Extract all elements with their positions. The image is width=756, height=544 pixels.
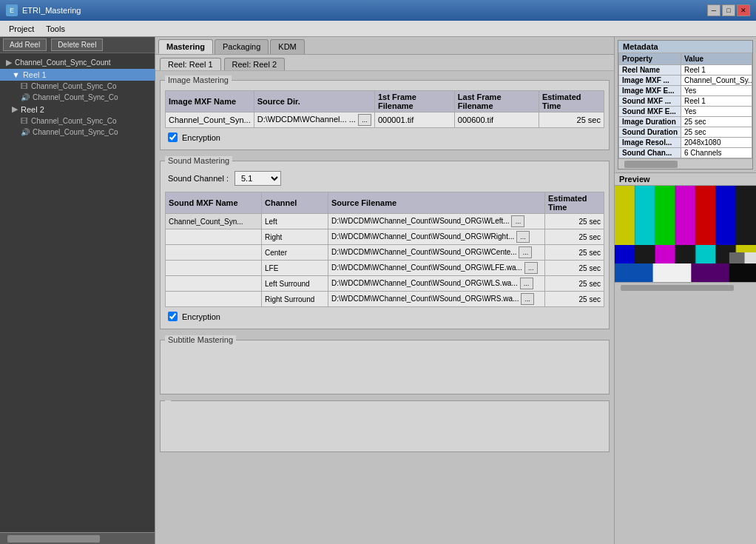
right-panel: Metadata Property Value Reel Name Reel 1… — [614, 37, 756, 544]
metadata-col-prop: Property — [619, 53, 681, 65]
audio-icon: 🔊 — [21, 93, 30, 101]
sound-mastering-legend: Sound Mastering — [165, 156, 232, 165]
tree-child-4: 🔊 Channel_Count_Sync_Co — [0, 127, 155, 138]
close-button[interactable]: ✕ — [737, 4, 750, 16]
sound-mxf-cell — [166, 229, 262, 245]
menu-tools[interactable]: Tools — [40, 23, 71, 35]
reel-tab-1[interactable]: Reel: Reel 1 — [160, 58, 221, 70]
triangle-icon-2: ▶ — [12, 104, 18, 114]
window-title: ETRI_Mastering — [22, 6, 81, 15]
tab-mastering[interactable]: Mastering — [158, 39, 213, 54]
folder-icon: ▶ — [6, 58, 12, 67]
metadata-row: Sound MXF ... Reel 1 — [619, 96, 752, 107]
sound-col-mxf: Sound MXF Name — [166, 192, 262, 214]
sound-channel-cell: Center — [262, 245, 328, 261]
sound-browse-button[interactable]: ... — [516, 231, 530, 243]
delete-reel-button[interactable]: Delete Reel — [51, 38, 103, 51]
add-reel-button[interactable]: Add Reel — [3, 38, 47, 51]
img-mxf-name-cell: Channel_Count_Syn... — [166, 113, 254, 128]
sound-time-cell: 25 sec — [545, 214, 604, 229]
metadata-table: Property Value Reel Name Reel 1 Image MX… — [618, 53, 752, 158]
metadata-row: Reel Name Reel 1 — [619, 65, 752, 75]
menu-bar: Project Tools — [0, 21, 756, 37]
metadata-row: Image MXF E... Yes — [619, 86, 752, 96]
sound-mxf-cell — [166, 261, 262, 276]
metadata-scroll[interactable]: Property Value Reel Name Reel 1 Image MX… — [618, 53, 752, 158]
meta-prop-cell: Image MXF E... — [619, 86, 681, 96]
meta-prop-cell: Sound MXF E... — [619, 107, 681, 117]
meta-prop-cell: Reel Name — [619, 65, 681, 75]
metadata-row: Image MXF ... Channel_Count_Sy... — [619, 75, 752, 86]
left-panel: Add Reel Delete Reel ▶ Channel_Count_Syn… — [0, 37, 155, 544]
meta-prop-cell: Image Duration — [619, 117, 681, 127]
metadata-row: Sound Chan... 6 Channels — [619, 148, 752, 158]
sound-browse-button[interactable]: ... — [519, 246, 532, 258]
encryption1-checkbox[interactable] — [168, 132, 178, 142]
menu-project[interactable]: Project — [3, 23, 40, 35]
reel1-label: Reel 1 — [23, 70, 47, 79]
tree-reel2[interactable]: ▶ Reel 2 — [0, 103, 155, 115]
film-icon: 🎞 — [21, 82, 28, 90]
sound-browse-button[interactable]: ... — [511, 215, 524, 227]
audio-icon-2: 🔊 — [21, 128, 30, 136]
sound-table-row: Right Surround D:\WDCDM\WChannel_Count\W… — [166, 292, 604, 307]
encryption1-label: Encryption — [182, 133, 220, 142]
subtitle-mastering-legend: Subtitle Mastering — [165, 335, 236, 344]
browse-button[interactable]: ... — [358, 114, 371, 126]
preview-scrollbar[interactable] — [615, 282, 756, 292]
window-controls[interactable]: ─ □ ✕ — [707, 4, 750, 16]
meta-val-cell: Reel 1 — [681, 65, 752, 75]
sound-mxf-cell — [166, 276, 262, 292]
tree-area: ▶ Channel_Count_Sync_Count ▼ Reel 1 🎞 Ch… — [0, 53, 155, 532]
sound-src-cell: D:\WDCDM\WChannel_Count\WSound_ORG\WRS.w… — [328, 292, 545, 307]
meta-prop-cell: Image Resol... — [619, 138, 681, 148]
subtitle-mastering-section: Subtitle Mastering — [160, 335, 610, 394]
tree-child-1: 🎞 Channel_Count_Sync_Co — [0, 81, 155, 92]
encryption2-checkbox[interactable] — [168, 312, 178, 321]
img-last-frame-cell: 000600.tif — [454, 113, 539, 128]
metadata-row: Sound Duration 25 sec — [619, 127, 752, 138]
preview-section: Preview — [615, 172, 756, 292]
tree-child-3: 🎞 Channel_Count_Sync_Co — [0, 115, 155, 127]
tree-child-label-1: Channel_Count_Sync_Co — [31, 82, 117, 90]
meta-prop-cell: Image MXF ... — [619, 75, 681, 86]
sound-mastering-section: Sound Mastering Sound Channel : 5.1 7.1 … — [160, 156, 610, 329]
meta-val-cell: 6 Channels — [681, 148, 752, 158]
sound-table: Sound MXF Name Channel Source Filename E… — [165, 192, 604, 307]
tab-kdm[interactable]: KDM — [270, 39, 304, 54]
meta-val-cell: Yes — [681, 86, 752, 96]
tree-scrollbar[interactable] — [0, 532, 155, 544]
minimize-button[interactable]: ─ — [707, 4, 720, 16]
sound-browse-button[interactable]: ... — [521, 293, 534, 305]
sound-src-cell: D:\WDCDM\WChannel_Count\WSound_ORG\WCent… — [328, 245, 545, 261]
sound-table-row: Center D:\WDCDM\WChannel_Count\WSound_OR… — [166, 245, 604, 261]
encryption1-row: Encryption — [165, 128, 604, 147]
mastering-content: Image Mastering Image MXF Name Source Di… — [155, 71, 614, 544]
sound-time-cell: 25 sec — [545, 229, 604, 245]
sound-browse-button[interactable]: ... — [524, 262, 538, 274]
tree-reel1[interactable]: ▼ Reel 1 — [0, 69, 155, 81]
tree-child-label-4: Channel_Count_Sync_Co — [33, 128, 118, 136]
maximize-button[interactable]: □ — [722, 4, 735, 16]
metadata-scrollbar[interactable] — [618, 158, 752, 169]
main-container: Add Reel Delete Reel ▶ Channel_Count_Syn… — [0, 37, 756, 544]
reel-tab-2[interactable]: Reel: Reel 2 — [224, 58, 286, 70]
meta-val-cell: 2048x1080 — [681, 138, 752, 148]
sound-channel-select[interactable]: 5.1 7.1 Stereo — [234, 171, 281, 186]
col-1st-frame: 1st Frame Filename — [375, 91, 455, 113]
sound-browse-button[interactable]: ... — [520, 278, 533, 289]
tab-packaging[interactable]: Packaging — [215, 39, 269, 54]
sound-time-cell: 25 sec — [545, 245, 604, 261]
col-est-time: Estimated Time — [539, 91, 604, 113]
encryption2-row: Encryption — [165, 307, 604, 326]
sound-col-channel: Channel — [262, 192, 328, 214]
meta-val-cell: 25 sec — [681, 127, 752, 138]
sound-table-row: LFE D:\WDCDM\WChannel_Count\WSound_ORG\W… — [166, 261, 604, 276]
sound-src-cell: D:\WDCDM\WChannel_Count\WSound_ORG\WLFE.… — [328, 261, 545, 276]
tree-toolbar: Add Reel Delete Reel — [0, 37, 155, 53]
meta-prop-cell: Sound MXF ... — [619, 96, 681, 107]
sound-mxf-cell: Channel_Count_Syn... — [166, 214, 262, 229]
sound-src-cell: D:\WDCDM\WChannel_Count\WSound_ORG\WLeft… — [328, 214, 545, 229]
metadata-col-val: Value — [681, 53, 752, 65]
preview-title: Preview — [615, 173, 756, 186]
